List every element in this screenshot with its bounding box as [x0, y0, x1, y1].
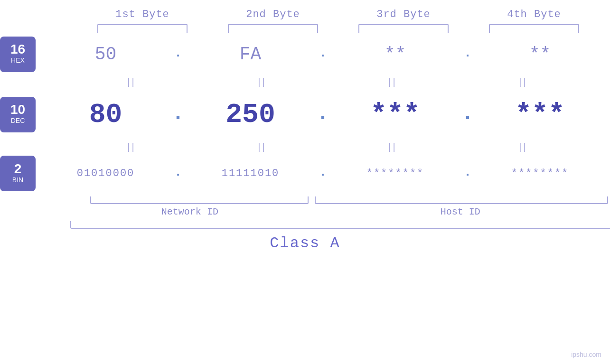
host-id-label: Host ID [311, 206, 610, 217]
bin-byte-3-cell: ******** [330, 168, 460, 179]
bin-byte-4-cell: ******** [475, 168, 605, 179]
hex-sep-1: . [171, 47, 185, 59]
bin-sep-3: . [460, 166, 475, 178]
bin-byte-2-cell: 11111010 [185, 168, 316, 179]
dec-byte-4-cell: *** [475, 99, 605, 130]
top-brackets [0, 24, 610, 33]
byte-header-4: 4th Byte [469, 9, 600, 20]
hex-byte-3-cell: ** [330, 44, 460, 65]
network-bracket [90, 196, 309, 204]
hex-byte-4: ** [529, 44, 551, 65]
byte-header-3: 3rd Byte [338, 9, 469, 20]
eq-1-4: || [458, 76, 589, 87]
host-bracket-wrap [311, 196, 610, 204]
id-labels-row: Network ID Host ID [24, 206, 610, 217]
eq-1-1: || [66, 76, 197, 87]
eq-2-1: || [66, 141, 197, 152]
dec-sep-3: . [460, 103, 475, 124]
id-bracket-section: Network ID Host ID [0, 196, 610, 217]
eq-2-2: || [197, 141, 328, 152]
byte-header-1: 1st Byte [77, 9, 208, 20]
bin-byte-2: 11111010 [222, 168, 280, 179]
bin-byte-3: ******** [366, 168, 424, 179]
bin-values: 01010000 . 11111010 . ******** . *******… [40, 168, 610, 179]
dec-byte-4: *** [515, 99, 564, 130]
host-bracket [315, 196, 608, 204]
dec-byte-1: 80 [89, 99, 122, 130]
eq-1-2: || [197, 76, 328, 87]
main-container: 1st Byte 2nd Byte 3rd Byte 4th Byte 16 H… [0, 0, 610, 364]
hex-byte-3: ** [385, 44, 406, 65]
bracket-cell-2 [208, 24, 338, 33]
eq-1-3: || [328, 76, 458, 87]
dec-sep-1: . [171, 103, 185, 124]
byte-headers-row: 1st Byte 2nd Byte 3rd Byte 4th Byte [0, 0, 610, 20]
hex-row: 16 HEX 50 . FA . ** . ** [0, 33, 610, 75]
bin-badge-number: 2 [14, 162, 22, 176]
hex-byte-4-cell: ** [475, 44, 605, 65]
watermark: ipshu.com [571, 351, 601, 358]
dec-values: 80 . 250 . *** . *** [40, 99, 610, 130]
network-bracket-wrap [69, 196, 311, 204]
eq-2-3: || [328, 141, 458, 152]
bracket-2 [228, 24, 318, 33]
hex-sep-2: . [316, 47, 330, 59]
bin-sep-2: . [316, 166, 330, 178]
dec-byte-1-cell: 80 [40, 99, 171, 130]
bracket-1 [97, 24, 188, 33]
byte-header-2: 2nd Byte [208, 9, 338, 20]
dec-byte-2-cell: 250 [185, 99, 316, 130]
bin-sep-1: . [171, 166, 185, 178]
bin-byte-1: 01010000 [77, 168, 135, 179]
hex-badge-number: 16 [10, 43, 25, 56]
class-label: Class A [0, 234, 610, 252]
hex-byte-1-cell: 50 [40, 44, 171, 65]
id-brackets-container [24, 196, 610, 204]
bin-badge-label: BIN [12, 176, 23, 185]
dec-sep-2: . [316, 103, 330, 124]
equals-row-2: || || || || [0, 141, 610, 152]
hex-badge: 16 HEX [0, 37, 36, 72]
bin-byte-1-cell: 01010000 [40, 168, 171, 179]
hex-byte-2: FA [240, 44, 262, 65]
dec-badge: 10 DEC [0, 97, 36, 132]
dec-row: 10 DEC 80 . 250 . *** . *** [0, 88, 610, 140]
bracket-cell-1 [77, 24, 208, 33]
bin-row: 2 BIN 01010000 . 11111010 . ******** . *… [0, 153, 610, 194]
bracket-cell-3 [338, 24, 469, 33]
dec-badge-label: DEC [11, 116, 25, 126]
bin-byte-4: ******** [511, 168, 569, 179]
hex-sep-3: . [460, 47, 475, 59]
hex-byte-1: 50 [95, 44, 117, 65]
eq-2-4: || [458, 141, 589, 152]
bracket-4 [489, 24, 579, 33]
hex-byte-2-cell: FA [185, 44, 316, 65]
hex-badge-label: HEX [11, 56, 25, 65]
class-bracket [70, 221, 610, 229]
dec-byte-3: *** [370, 99, 420, 130]
dec-byte-3-cell: *** [330, 99, 460, 130]
dec-badge-number: 10 [10, 103, 25, 116]
hex-values: 50 . FA . ** . ** [40, 44, 610, 65]
equals-row-1: || || || || [0, 76, 610, 87]
bracket-cell-4 [469, 24, 600, 33]
dec-byte-2: 250 [225, 99, 275, 130]
bracket-3 [358, 24, 449, 33]
bin-badge: 2 BIN [0, 156, 36, 191]
network-id-label: Network ID [69, 206, 311, 217]
